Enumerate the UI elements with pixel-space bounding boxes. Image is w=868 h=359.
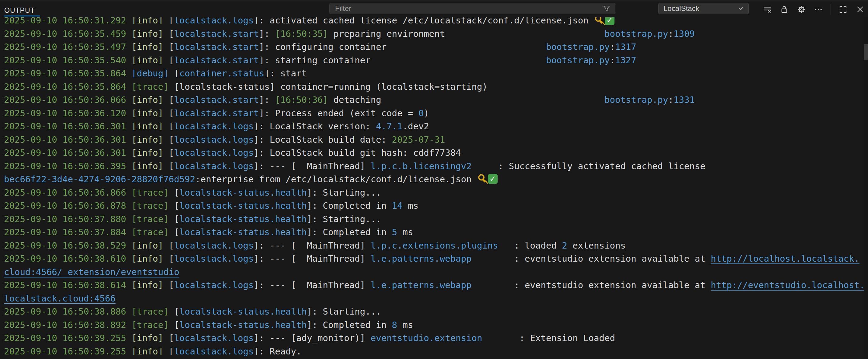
log-text: ]: (259, 42, 275, 52)
log-text: localstack-status.health (179, 200, 307, 211)
log-line: 2025-09-10 16:50:36.120 [info] [localsta… (0, 107, 868, 120)
scrollbar-thumb[interactable] (864, 44, 868, 60)
log-text: [trace] (131, 200, 168, 211)
log-link[interactable]: cloud:4566/_extension/eventstudio (4, 267, 179, 277)
log-text (381, 95, 604, 105)
log-text: l.p.c.extensions.plugins (371, 240, 498, 251)
log-text: [ (163, 148, 174, 158)
log-text: 2025-09-10 16:50:36.301 (4, 134, 131, 145)
log-text: ]: (254, 240, 270, 251)
log-text: [ (168, 214, 179, 224)
log-text: [debug] (131, 68, 168, 78)
log-link[interactable]: http://eventstudio.localhost. (711, 280, 865, 290)
log-text: 2025-07-31 (392, 134, 445, 145)
log-text: localstack.logs (174, 148, 254, 158)
log-text: : (610, 55, 615, 65)
more-actions-icon[interactable] (813, 5, 823, 14)
key-icon (592, 17, 606, 27)
log-text: [info] (131, 333, 163, 343)
log-text: 2025-09-10 16:50:35.540 (4, 55, 131, 65)
log-text: : (668, 95, 674, 105)
log-text: ]: (254, 134, 270, 145)
log-text: ms (397, 227, 413, 237)
log-text: :enterprise from /etc/localstack/conf.d/… (195, 174, 477, 184)
chevron-down-icon (737, 5, 745, 12)
log-text: Completed in (323, 320, 392, 330)
log-text: ]: (259, 95, 275, 105)
log-line: 2025-09-10 16:50:36.866 [trace] [localst… (0, 186, 868, 200)
log-text: Process ended (exit code = (275, 108, 418, 118)
log-text: 2025-09-10 16:50:38.892 (4, 320, 131, 330)
close-panel-icon[interactable] (855, 5, 865, 14)
scroll-lock-icon[interactable] (779, 5, 789, 14)
log-text: 8 (392, 320, 397, 330)
log-text: : (610, 42, 615, 52)
log-text: [ (163, 346, 174, 357)
log-text: --- [ MainThread] (270, 161, 371, 171)
log-text: [info] (131, 280, 163, 290)
log-text: localstack-status.health (179, 320, 307, 330)
log-text: l.e.patterns.webapp (371, 280, 472, 290)
source-link[interactable]: 1331 (674, 95, 695, 105)
log-text: ]: (259, 55, 275, 65)
filter-funnel-icon[interactable] (602, 4, 611, 13)
log-line: 2025-09-10 16:50:36.066 [info] [localsta… (0, 93, 868, 107)
log-line: 2025-09-10 16:50:31.292 [info] [localsta… (0, 17, 868, 27)
source-link[interactable]: 1309 (674, 29, 695, 39)
clear-output-icon[interactable] (763, 5, 772, 14)
log-text: LocalStack build date: (270, 134, 392, 145)
log-line: 2025-09-10 16:50:37.880 [trace] [localst… (0, 213, 868, 226)
output-panel-header: OUTPUT LocalStack (0, 2, 868, 17)
log-text: ]: (265, 68, 280, 78)
header-divider (831, 4, 831, 14)
log-text: ]: (307, 214, 322, 224)
log-text: [ (163, 108, 174, 118)
filter-input[interactable] (330, 4, 602, 13)
source-link[interactable]: bootstrap.py (604, 29, 668, 39)
log-text: localstack.start (174, 42, 259, 52)
log-text: [ (163, 240, 174, 251)
log-text: localstack.logs (174, 17, 254, 26)
log-text: 2 (562, 240, 567, 251)
log-text: --- [ MainThread] (270, 240, 371, 251)
log-line: 2025-09-10 16:50:39.255 [info] [localsta… (0, 332, 868, 345)
log-text: : Successfully activated cached license (471, 161, 705, 171)
log-text: 2025-09-10 16:50:38.614 (4, 280, 131, 290)
source-link[interactable]: 1327 (615, 55, 637, 65)
log-text: 14 (392, 200, 403, 211)
scrollbar-track[interactable] (864, 17, 868, 359)
source-link[interactable]: 1317 (615, 42, 637, 52)
log-link[interactable]: http://localhost.localstack. (711, 254, 860, 264)
log: 2025-09-10 16:50:31.292 [info] [localsta… (0, 17, 868, 359)
log-text: 2025-09-10 16:50:38.610 (4, 254, 131, 264)
log-line: 2025-09-10 16:50:36.301 [info] [localsta… (0, 146, 868, 160)
source-link[interactable]: bootstrap.py (546, 42, 610, 52)
log-text: Ready. (270, 346, 302, 357)
output-channel-select[interactable]: LocalStack (658, 3, 749, 14)
log-text: l.e.patterns.webapp (371, 254, 472, 264)
log-text: localstack.logs (174, 121, 254, 131)
log-text: [trace] (131, 81, 168, 92)
log-text: [ (163, 29, 174, 39)
settings-gear-icon[interactable] (797, 5, 806, 14)
maximize-panel-icon[interactable] (838, 5, 848, 14)
log-text: 2025-09-10 16:50:39.255 (4, 333, 131, 343)
log-text: [ (163, 17, 174, 26)
log-text: localstack-status.health (179, 227, 307, 237)
tab-output[interactable]: OUTPUT (4, 4, 35, 17)
source-link[interactable]: bootstrap.py (604, 95, 668, 105)
log-text: 4.7.1 (376, 121, 402, 131)
log-text: [info] (131, 148, 163, 158)
log-text: ]: (254, 346, 270, 357)
log-text: 2025-09-10 16:50:35.864 (4, 81, 131, 92)
log-link[interactable]: localstack.cloud:4566 (4, 293, 116, 304)
log-text: --- [ MainThread] (270, 254, 371, 264)
log-text: localstack.logs (174, 346, 254, 357)
source-link[interactable]: bootstrap.py (546, 55, 610, 65)
log-text: 2025-09-10 16:50:38.529 (4, 240, 131, 251)
log-text: [ (163, 333, 174, 343)
log-text: [ (168, 306, 179, 317)
log-text: [ (168, 200, 179, 211)
log-line: 2025-09-10 16:50:38.892 [trace] [localst… (0, 319, 868, 332)
log-text: [16:50:36] (275, 95, 328, 105)
